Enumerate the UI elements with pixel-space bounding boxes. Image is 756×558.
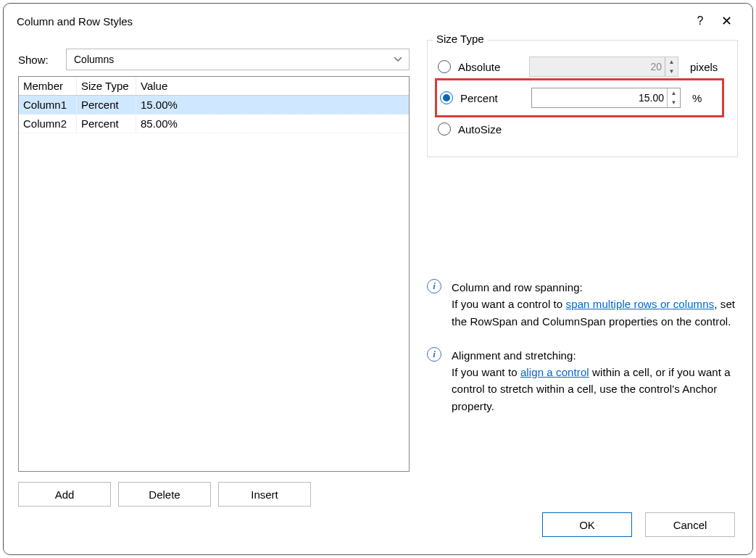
show-label: Show: bbox=[18, 54, 57, 66]
percent-highlight: Percent ▲ ▼ % bbox=[435, 78, 724, 117]
autosize-label: AutoSize bbox=[458, 123, 522, 136]
info-spanning-text: Column and row spanning: If you want a c… bbox=[452, 279, 738, 330]
cell-value: 15.00% bbox=[136, 96, 409, 114]
th-sizetype[interactable]: Size Type bbox=[77, 77, 136, 95]
info-alignment: i Alignment and stretching: If you want … bbox=[427, 347, 738, 415]
show-dropdown[interactable]: Columns bbox=[66, 49, 410, 70]
help-icon[interactable]: ? bbox=[687, 14, 713, 28]
close-icon[interactable]: ✕ bbox=[713, 13, 739, 29]
th-value[interactable]: Value bbox=[136, 77, 409, 95]
chevron-down-icon bbox=[394, 57, 402, 62]
table-row[interactable]: Column2 Percent 85.00% bbox=[19, 114, 409, 133]
autosize-radio[interactable] bbox=[438, 122, 451, 136]
cell-member: Column1 bbox=[19, 96, 77, 114]
autosize-row: AutoSize bbox=[438, 114, 727, 143]
ok-button[interactable]: OK bbox=[542, 512, 632, 537]
info-spanning: i Column and row spanning: If you want a… bbox=[427, 279, 738, 330]
spin-down-icon: ▼ bbox=[665, 67, 678, 76]
cell-sizetype: Percent bbox=[77, 114, 136, 133]
show-row: Show: Columns bbox=[18, 49, 410, 70]
right-panel: Size Type Absolute ▲ ▼ pixels bbox=[427, 40, 738, 507]
cell-sizetype: Percent bbox=[77, 96, 136, 114]
info-icon: i bbox=[427, 347, 441, 362]
th-member[interactable]: Member bbox=[19, 77, 77, 95]
absolute-input: ▲ ▼ bbox=[529, 57, 678, 77]
show-dropdown-value: Columns bbox=[74, 54, 114, 65]
absolute-row: Absolute ▲ ▼ pixels bbox=[438, 52, 727, 81]
spin-up-icon[interactable]: ▲ bbox=[668, 88, 680, 98]
dialog-buttons: OK Cancel bbox=[4, 512, 752, 554]
percent-value[interactable] bbox=[532, 88, 667, 107]
info-alignment-title: Alignment and stretching: bbox=[452, 349, 576, 362]
table-row[interactable]: Column1 Percent 15.00% bbox=[19, 96, 409, 114]
cancel-button[interactable]: Cancel bbox=[645, 512, 735, 537]
cell-member: Column2 bbox=[19, 114, 77, 133]
spin-up-icon: ▲ bbox=[665, 57, 678, 67]
titlebar: Column and Row Styles ? ✕ bbox=[4, 4, 752, 34]
percent-label: Percent bbox=[460, 92, 524, 104]
align-control-link[interactable]: align a control bbox=[520, 366, 589, 378]
left-panel: Show: Columns Member Size Type Value Col… bbox=[18, 40, 410, 507]
sizetype-group-title: Size Type bbox=[433, 33, 487, 45]
absolute-label: Absolute bbox=[458, 61, 522, 73]
percent-unit: % bbox=[692, 92, 702, 104]
dialog-content: Show: Columns Member Size Type Value Col… bbox=[4, 34, 752, 512]
info-icon: i bbox=[427, 279, 441, 293]
info-spanning-prefix: If you want a control to bbox=[452, 298, 566, 310]
absolute-value bbox=[530, 57, 665, 76]
dialog-title: Column and Row Styles bbox=[17, 15, 687, 28]
percent-input[interactable]: ▲ ▼ bbox=[531, 88, 681, 108]
absolute-spinner: ▲ ▼ bbox=[665, 57, 678, 76]
delete-button[interactable]: Delete bbox=[118, 482, 211, 507]
add-button[interactable]: Add bbox=[18, 482, 111, 507]
spin-down-icon[interactable]: ▼ bbox=[668, 98, 680, 107]
info-spanning-title: Column and row spanning: bbox=[452, 281, 583, 293]
dialog: Column and Row Styles ? ✕ Show: Columns … bbox=[3, 3, 753, 555]
info-alignment-text: Alignment and stretching: If you want to… bbox=[452, 347, 738, 415]
span-rows-columns-link[interactable]: span multiple rows or columns bbox=[566, 298, 715, 310]
percent-spinner: ▲ ▼ bbox=[667, 88, 680, 107]
info-section: i Column and row spanning: If you want a… bbox=[427, 279, 738, 415]
table-buttons: Add Delete Insert bbox=[18, 482, 410, 507]
sizetype-group: Size Type Absolute ▲ ▼ pixels bbox=[427, 40, 738, 157]
percent-radio[interactable] bbox=[440, 91, 453, 104]
table-header: Member Size Type Value bbox=[19, 77, 409, 96]
info-alignment-prefix: If you want to bbox=[452, 366, 520, 378]
insert-button[interactable]: Insert bbox=[218, 482, 311, 507]
absolute-radio[interactable] bbox=[438, 60, 451, 73]
percent-row: Percent ▲ ▼ % bbox=[440, 83, 719, 112]
cell-value: 85.00% bbox=[136, 114, 409, 133]
absolute-unit: pixels bbox=[690, 61, 718, 73]
members-table: Member Size Type Value Column1 Percent 1… bbox=[18, 76, 410, 472]
